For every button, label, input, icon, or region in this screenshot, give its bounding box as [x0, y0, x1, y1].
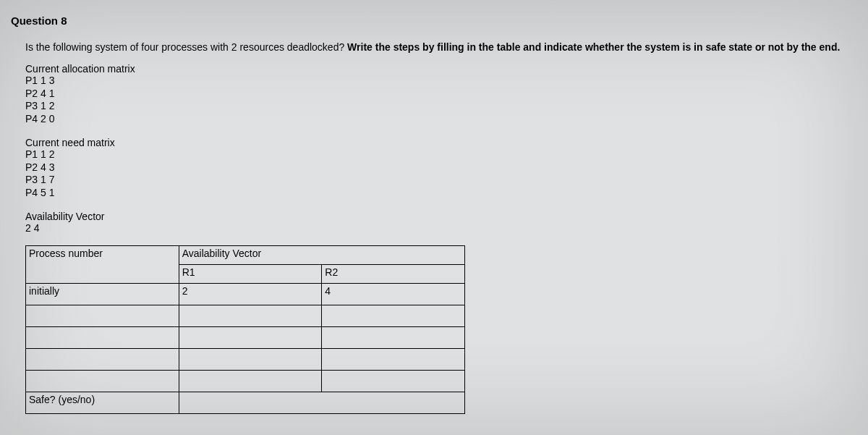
prompt-bold: Write the steps by filling in the table …	[347, 41, 840, 53]
row-step3-r1[interactable]	[179, 348, 322, 370]
row-step1-r2[interactable]	[322, 305, 465, 326]
question-content: Is the following system of four processe…	[11, 41, 857, 414]
row-step4-process[interactable]	[26, 370, 179, 392]
availability-value: 2 4	[25, 222, 857, 235]
col-r1: R1	[179, 264, 322, 283]
row-step2-r2[interactable]	[322, 326, 465, 348]
availability-header: Availability Vector	[25, 211, 857, 222]
row-step3-r2[interactable]	[322, 348, 465, 370]
row-step4-r1[interactable]	[179, 370, 322, 392]
row-step1-process[interactable]	[26, 305, 179, 326]
row-initially-r1[interactable]: 2	[179, 283, 322, 305]
need-row: P2 4 3	[25, 161, 857, 174]
row-step4-r2[interactable]	[322, 370, 465, 392]
row-initially-r2[interactable]: 4	[322, 283, 465, 305]
row-initially-label: initially	[26, 283, 179, 305]
allocation-row: P1 1 3	[25, 75, 857, 88]
row-step2-r1[interactable]	[179, 326, 322, 348]
row-safe-answer[interactable]	[179, 392, 464, 413]
row-step1-r1[interactable]	[179, 305, 322, 326]
question-title: Question 8	[11, 14, 857, 27]
question-prompt: Is the following system of four processe…	[25, 41, 857, 53]
row-step2-process[interactable]	[26, 326, 179, 348]
prompt-plain: Is the following system of four processe…	[25, 41, 347, 53]
row-safe-label: Safe? (yes/no)	[26, 392, 179, 413]
need-row: P4 5 1	[25, 187, 857, 200]
col-process-number: Process number	[26, 245, 179, 283]
allocation-row: P4 2 0	[25, 113, 857, 126]
need-header: Current need matrix	[25, 137, 857, 148]
answer-table: Process number Availability Vector R1 R2…	[25, 245, 465, 414]
col-availability-vector: Availability Vector	[179, 245, 464, 264]
need-row: P1 1 2	[25, 148, 857, 161]
row-step3-process[interactable]	[26, 348, 179, 370]
need-row: P3 1 7	[25, 174, 857, 187]
allocation-row: P3 1 2	[25, 100, 857, 113]
allocation-row: P2 4 1	[25, 88, 857, 101]
col-r2: R2	[322, 264, 465, 283]
allocation-header: Current allocation matrix	[25, 63, 857, 75]
